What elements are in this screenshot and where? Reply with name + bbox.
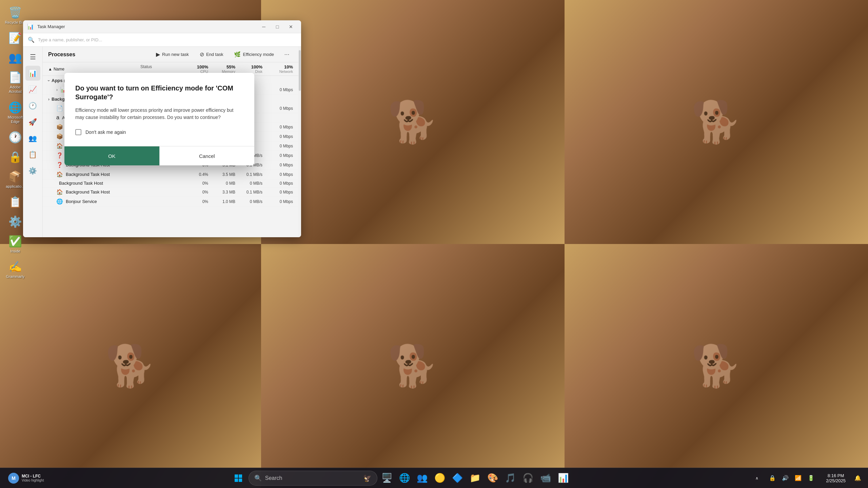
taskbar-itunes[interactable]: 🎵: [502, 471, 518, 486]
name-column-header[interactable]: ▲ Name: [48, 64, 140, 74]
process-name: 🌐 Bonjour Service: [48, 198, 140, 205]
bg-expand-arrow[interactable]: ›: [48, 97, 50, 102]
process-disk: 0 MB/s: [235, 199, 262, 204]
task-manager-search[interactable]: 🔍 Type a name, publisher, or PID...: [23, 33, 301, 47]
dialog-content: Do you want to turn on Efficiency mode f…: [64, 73, 254, 135]
efficiency-mode-label: Efficiency mode: [243, 52, 274, 57]
more-options-button[interactable]: ···: [281, 49, 293, 60]
table-row[interactable]: 🌐 Bonjour Service 0% 1.0 MB 0 MB/s 0 Mbp…: [43, 197, 298, 206]
sidebar-services-icon[interactable]: ⚙️: [25, 163, 40, 178]
maximize-button[interactable]: □: [271, 22, 283, 32]
disk-column-header[interactable]: 100% Disk: [235, 64, 262, 74]
tray-volume[interactable]: 🔊: [779, 471, 791, 486]
tray-security[interactable]: 🔒: [766, 471, 778, 486]
process-network: 0 Mbps: [262, 181, 293, 186]
cancel-button[interactable]: Cancel: [159, 146, 255, 165]
taskbar-spotify[interactable]: 🎧: [520, 471, 536, 486]
end-task-button[interactable]: ⊘ End task: [196, 49, 228, 60]
taskbar-right: ∧ 🔒 🔊 📶 🔋 8:16 PM 2/25/2025 🔔: [753, 471, 864, 486]
apps-expand-arrow[interactable]: ›: [46, 80, 51, 81]
network-column-header[interactable]: 10% Network: [262, 64, 293, 74]
bg-tile-5: 🐕: [261, 244, 565, 488]
efficiency-mode-icon: 🌿: [234, 51, 241, 58]
taskbar-zoom[interactable]: 📹: [537, 471, 554, 486]
clock-date: 2/25/2025: [826, 478, 846, 483]
process-network: 0 Mbps: [262, 153, 293, 158]
process-name: 🏠 Background Task Host: [48, 171, 140, 178]
sidebar-users-icon[interactable]: 👥: [25, 131, 40, 146]
start-button[interactable]: [230, 471, 247, 486]
run-new-task-button[interactable]: ▶ Run new task: [152, 49, 193, 60]
process-memory: 0 MB: [208, 181, 235, 186]
tray-battery[interactable]: 🔋: [805, 471, 817, 486]
sidebar-performance-icon[interactable]: 📈: [25, 82, 40, 97]
svg-rect-3: [239, 479, 242, 482]
user-name: MCI - LFC: [22, 474, 44, 479]
dialog-buttons: OK Cancel: [64, 146, 254, 165]
process-expand-icon[interactable]: ›: [56, 87, 58, 92]
taskbar-sticky-notes[interactable]: 🟡: [432, 471, 448, 486]
svg-rect-2: [235, 479, 238, 482]
taskbar-photos[interactable]: 🎨: [485, 471, 501, 486]
search-icon: 🔍: [254, 474, 262, 482]
end-task-label: End task: [206, 52, 223, 57]
window-controls: ─ □ ✕: [258, 22, 297, 32]
taskbar-edge[interactable]: 🌐: [396, 471, 413, 486]
scrollbar-thumb[interactable]: [299, 50, 301, 91]
dialog-title: Do you want to turn on Efficiency mode f…: [75, 84, 243, 101]
taskbar: M MCI - LFC Video highlight 🔍 Search 🦅 🖥…: [0, 468, 868, 488]
notification-center[interactable]: 🔔: [852, 471, 864, 486]
close-button[interactable]: ✕: [285, 22, 297, 32]
cpu-column-header[interactable]: 100% CPU: [181, 64, 208, 74]
taskbar-app1[interactable]: 📊: [555, 471, 571, 486]
table-row[interactable]: 🏠 Background Task Host 0% 3.3 MB 0.1 MB/…: [43, 187, 298, 197]
taskbar-file-explorer[interactable]: 📁: [467, 471, 483, 486]
table-row[interactable]: 🏠 Background Task Host 0.4% 3.5 MB 0.1 M…: [43, 170, 298, 179]
process-network: 0 Mbps: [262, 144, 293, 148]
status-column-header[interactable]: Status: [140, 64, 181, 74]
taskbar-user[interactable]: M MCI - LFC Video highlight: [4, 471, 48, 486]
efficiency-mode-button[interactable]: 🌿 Efficiency mode: [230, 49, 278, 60]
sidebar-startup-icon[interactable]: 🚀: [25, 115, 40, 129]
process-network: 0 Mbps: [262, 134, 293, 139]
tray-wifi[interactable]: 📶: [792, 471, 804, 486]
table-row[interactable]: Background Task Host 0% 0 MB 0 MB/s 0 Mb…: [43, 179, 298, 187]
scrollbar[interactable]: [298, 47, 301, 237]
dont-ask-again-checkbox[interactable]: [75, 129, 81, 135]
task-manager-title: Task Manager: [37, 24, 254, 29]
process-memory: 1.0 MB: [208, 199, 235, 204]
sidebar-history-icon[interactable]: 🕐: [25, 98, 40, 113]
search-bar[interactable]: 🔍 Search 🦅: [249, 471, 377, 486]
process-name: 🏠 Background Task Host: [48, 189, 140, 195]
task-manager-titlebar: 📊 Task Manager ─ □ ✕: [23, 20, 301, 33]
minimize-button[interactable]: ─: [258, 22, 270, 32]
end-task-icon: ⊘: [200, 51, 204, 58]
search-icon: 🔍: [28, 37, 35, 43]
process-cpu: 0%: [181, 199, 208, 204]
taskbar-teams[interactable]: 👥: [414, 471, 430, 486]
user-avatar: M: [8, 473, 19, 484]
process-cpu: 0%: [181, 190, 208, 195]
process-network: 0 Mbps: [262, 190, 293, 195]
sidebar-menu-icon[interactable]: ☰: [25, 49, 40, 64]
process-disk: 0.1 MB/s: [235, 172, 262, 177]
system-clock[interactable]: 8:16 PM 2/25/2025: [823, 473, 849, 483]
process-disk: 0.1 MB/s: [235, 190, 262, 195]
user-info: MCI - LFC Video highlight: [22, 474, 44, 482]
search-placeholder: Type a name, publisher, or PID...: [38, 37, 102, 42]
sidebar-processes-icon[interactable]: 📊: [25, 66, 40, 81]
user-status: Video highlight: [22, 479, 44, 482]
memory-column-header[interactable]: 55% Memory: [208, 64, 235, 74]
dont-ask-again-label: Don't ask me again: [85, 129, 126, 135]
dialog-checkbox-row: Don't ask me again: [75, 129, 243, 135]
taskbar-copilot[interactable]: 🔷: [449, 471, 466, 486]
ok-button[interactable]: OK: [64, 146, 159, 165]
efficiency-mode-dialog: Do you want to turn on Efficiency mode f…: [64, 73, 254, 165]
bg-tile-3: 🐕: [565, 0, 868, 244]
taskbar-task-view[interactable]: 🖥️: [379, 471, 395, 486]
dialog-body: Efficiency mode will lower process prior…: [75, 107, 243, 121]
sidebar-details-icon[interactable]: 📋: [25, 147, 40, 162]
tray-expand-button[interactable]: ∧: [753, 471, 761, 486]
bg-tile-2: 🐕: [261, 0, 565, 244]
desktop-icon-grammarly[interactable]: ✍️ Grammarly: [0, 258, 31, 282]
